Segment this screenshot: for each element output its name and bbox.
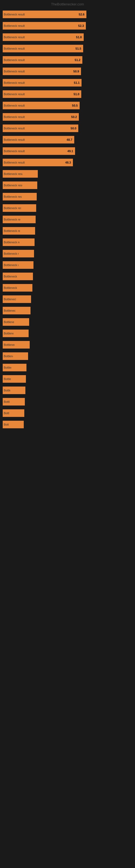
bar-label-text: Bottleneck result — [4, 115, 25, 119]
bar-row: 51.1Bottleneck result — [3, 78, 132, 88]
bar-value: 51.1 — [74, 81, 81, 84]
bar-label-text: Bottleneck result — [4, 47, 25, 50]
bar-label-text: Bottleneck — [4, 400, 10, 403]
bar-label-text: Bottleneck result — [4, 161, 25, 164]
bar-row: 51.0Bottleneck result — [3, 89, 132, 99]
bar: 52.6Bottleneck result — [3, 10, 86, 18]
bar: 51.1Bottleneck result — [3, 79, 82, 87]
bar-value: 48.7 — [67, 138, 73, 141]
bar-label-text: Bottleneck result — [4, 24, 25, 27]
bar-label-text: Bottleneck result — [4, 264, 18, 267]
bar: Bottleneck resul — [3, 307, 31, 314]
bar-label-text: Bottleneck — [4, 389, 10, 392]
bar-value: 48.3 — [65, 161, 72, 164]
bar-label-text: Bottleneck result — [4, 70, 25, 73]
bar: Bottleneck — [3, 398, 25, 405]
bar-label-text: Bottleneck re — [4, 354, 13, 358]
bar-label-text: Bottleneck r — [4, 423, 9, 426]
bar-row: Bottleneck result — [3, 226, 132, 236]
bar: 48.3Bottleneck result — [3, 159, 73, 166]
bar-value: 49.1 — [68, 150, 74, 153]
bar-row: Bottleneck — [3, 363, 132, 372]
bar-label-text: Bottleneck result — [4, 172, 23, 176]
bar-row: 52.3Bottleneck result — [3, 21, 132, 31]
bar-row: 51.5Bottleneck result — [3, 44, 132, 54]
bar-row: 52.6Bottleneck result — [3, 9, 132, 19]
bar-label-text: Bottleneck r — [4, 320, 14, 323]
bar-label-text: Bottleneck result — [4, 218, 20, 221]
bar: Bottleneck — [3, 386, 26, 394]
bar-label-text: Bottleneck result — [4, 195, 21, 198]
bar: Bottleneck result — [3, 239, 35, 246]
bar: Bottleneck r — [3, 421, 24, 428]
bar-row: 50.2Bottleneck result — [3, 112, 132, 122]
bar-value: 50.9 — [74, 70, 80, 73]
bar-row: Bottleneck re — [3, 329, 132, 338]
bar-row: Bottleneck result — [3, 169, 132, 179]
bar-value: 50.2 — [71, 115, 78, 119]
bar-row: Bottleneck r — [3, 420, 132, 429]
bar-label-text: Bottleneck result — [4, 13, 25, 16]
bar: 50.2Bottleneck result — [3, 113, 79, 121]
bar-label-text: Bottleneck resul — [4, 309, 15, 312]
bar-label-text: Bottleneck result — [4, 138, 25, 141]
bar-row: 50.9Bottleneck result — [3, 66, 132, 76]
bar-row: Bottleneck re — [3, 351, 132, 361]
bar: Bottleneck — [3, 364, 27, 371]
bar-row: Bottleneck — [3, 385, 132, 395]
bar-row: Bottleneck r — [3, 317, 132, 327]
bar: Bottleneck c — [3, 375, 26, 383]
bar-row: Bottleneck result — [3, 260, 132, 270]
bar-row: Bottleneck result — [3, 340, 132, 350]
bar-row: Bottleneck result — [3, 215, 132, 224]
bar-row: 48.7Bottleneck result — [3, 135, 132, 145]
bar-row: Bottleneck — [3, 397, 132, 407]
bar-label-text: Bottleneck re — [4, 332, 13, 335]
bar: 50.0Bottleneck result — [3, 124, 78, 132]
bar: Bottleneck result — [3, 193, 37, 200]
bar-label-text: Bottleneck result — [4, 241, 19, 244]
bar: 49.1Bottleneck result — [3, 147, 75, 155]
bar: Bottleneck r — [3, 318, 29, 326]
bar: 50.9Bottleneck result — [3, 67, 81, 75]
bar-label-text: Bottleneck result — [4, 229, 20, 232]
chart-container: 52.6Bottleneck result52.3Bottleneck resu… — [0, 9, 135, 431]
bar: 52.3Bottleneck result — [3, 22, 86, 30]
bar-label-text: Bottleneck result — [4, 343, 14, 346]
bar-row: Bottleneck c — [3, 374, 132, 384]
bar: Bottleneck result — [3, 250, 34, 257]
bar-row: Bottleneck result — [3, 272, 132, 281]
bar-row: 51.8Bottleneck result — [3, 32, 132, 42]
bar-row: 51.2Bottleneck result — [3, 55, 132, 65]
bar: 51.0Bottleneck result — [3, 90, 81, 98]
bar: Bottleneck result — [3, 341, 30, 348]
bar-value: 52.6 — [79, 13, 85, 16]
bar-label-text: Bottleneck result — [4, 286, 17, 289]
bar: Bottleneck result — [3, 284, 32, 291]
site-title: TheBottlenecker.com — [0, 0, 135, 9]
bar-row: Bottleneck result — [3, 203, 132, 213]
bar-row: Bottleneck resul — [3, 294, 132, 304]
bar: Bottleneck — [3, 409, 24, 417]
bar-label-text: Bottleneck result — [4, 252, 19, 255]
bar-label-text: Bottleneck result — [4, 104, 25, 107]
bar-label-text: Bottleneck result — [4, 275, 18, 278]
bar: Bottleneck re — [3, 330, 29, 337]
bar: Bottleneck result — [3, 182, 37, 189]
bar-row: Bottleneck result — [3, 192, 132, 202]
bar-value: 51.5 — [76, 47, 82, 50]
bar-label-text: Bottleneck result — [4, 81, 25, 84]
bar: Bottleneck result — [3, 170, 38, 178]
bar-value: 50.5 — [72, 104, 79, 107]
bar-row: Bottleneck result — [3, 237, 132, 247]
bar: 50.5Bottleneck result — [3, 102, 80, 109]
bar: Bottleneck result — [3, 204, 36, 212]
bar-label-text: Bottleneck — [4, 411, 9, 415]
bar-label-text: Bottleneck resul — [4, 298, 16, 301]
bar-row: Bottleneck resul — [3, 306, 132, 315]
bar-label-text: Bottleneck result — [4, 35, 25, 39]
bar: Bottleneck result — [3, 216, 36, 223]
bar-row: 48.3Bottleneck result — [3, 158, 132, 167]
bar-value: 51.0 — [74, 93, 80, 96]
bar-row: Bottleneck result — [3, 249, 132, 258]
